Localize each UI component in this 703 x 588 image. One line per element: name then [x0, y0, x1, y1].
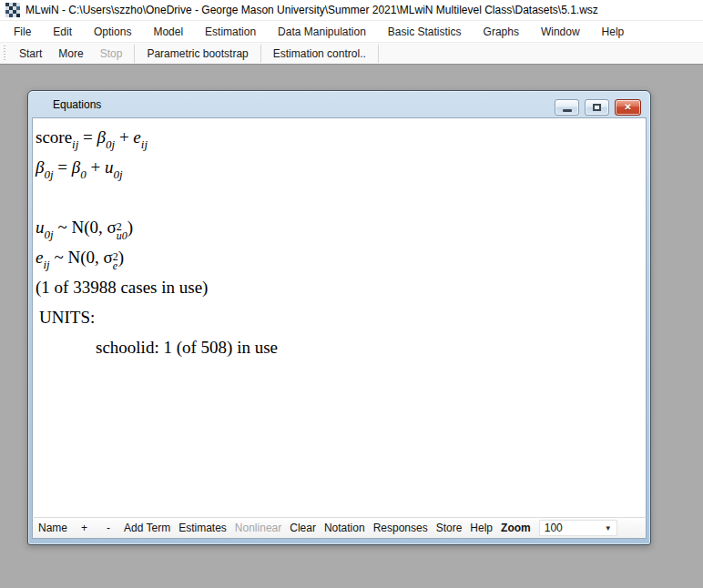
eq-subscript: ij — [43, 258, 49, 271]
parametric-bootstrap-button[interactable]: Parametric bootstrap — [138, 45, 256, 63]
eq-term: u — [105, 157, 114, 177]
clear-button[interactable]: Clear — [290, 522, 316, 534]
eq-term: score — [36, 127, 72, 147]
add-level-button[interactable]: + — [81, 522, 87, 534]
sigma-symbol: σ — [104, 248, 113, 267]
eq-subscript: ij — [141, 137, 148, 151]
responses-button[interactable]: Responses — [373, 522, 428, 534]
equation-u-distribution: u0j ~ N(0, σ2u0) — [36, 212, 646, 242]
eq-paren: ) — [118, 248, 124, 267]
remove-level-button[interactable]: - — [107, 522, 110, 534]
zoom-value: 100 — [545, 522, 563, 534]
estimation-control-button[interactable]: Estimation control.. — [265, 45, 374, 63]
eq-subscript: 0j — [114, 167, 123, 181]
eq-operator: = — [78, 127, 97, 147]
mdi-client-area: Equations ✕ scoreij = β0j + eij β0j = β0… — [0, 65, 703, 587]
menu-file[interactable]: File — [3, 23, 42, 41]
help-button[interactable]: Help — [470, 522, 493, 534]
estimation-toolbar: Start More Stop Parametric bootstrap Est… — [0, 42, 703, 65]
units-detail-text: schoolid: 1 (of 508) in use — [36, 332, 646, 362]
menu-window[interactable]: Window — [530, 23, 591, 41]
eq-subscript: 0j — [45, 228, 54, 241]
equations-content: scoreij = β0j + eij β0j = β0 + u0j u0j ~… — [32, 117, 647, 517]
menu-options[interactable]: Options — [83, 23, 142, 41]
eq-operator: = — [54, 157, 72, 177]
sigma-scripts: 2u0 — [117, 222, 127, 240]
dropdown-arrow-icon: ▼ — [605, 524, 612, 532]
equation-spacer — [36, 182, 646, 212]
nonlinear-button: Nonlinear — [235, 522, 281, 534]
store-button[interactable]: Store — [436, 522, 463, 534]
eq-subscript: u0 — [117, 231, 127, 240]
stop-button: Stop — [92, 45, 131, 63]
cases-in-use-text: (1 of 33988 cases in use) — [36, 272, 646, 302]
notation-button[interactable]: Notation — [324, 522, 365, 534]
name-button[interactable]: Name — [38, 522, 67, 534]
mlwin-application-window: MLwiN - C:\Users\szzho\OneDrive - George… — [0, 0, 703, 587]
toolbar-separator — [378, 45, 379, 63]
equations-toolbar: Name + - Add Term Estimates Nonlinear Cl… — [32, 517, 647, 539]
units-label: UNITS: — [36, 302, 646, 332]
minimize-icon — [563, 109, 572, 112]
sigma-symbol: σ — [107, 218, 116, 237]
menu-data-manipulation[interactable]: Data Manipulation — [267, 23, 377, 41]
add-term-button[interactable]: Add Term — [124, 522, 170, 534]
eq-operator: + — [87, 157, 105, 177]
equations-window: Equations ✕ scoreij = β0j + eij β0j = β0… — [27, 90, 651, 545]
eq-operator: ~ N(0, — [50, 248, 104, 267]
mlwin-app-icon — [5, 3, 20, 17]
equation-beta0j: β0j = β0 + u0j — [36, 152, 646, 182]
estimates-button[interactable]: Estimates — [178, 522, 227, 534]
eq-operator: ~ N(0, — [54, 218, 107, 237]
menu-estimation[interactable]: Estimation — [194, 23, 267, 41]
eq-term: u — [36, 218, 45, 237]
eq-subscript: 0j — [106, 137, 115, 151]
start-button[interactable]: Start — [11, 45, 50, 63]
toolbar-separator — [260, 45, 261, 63]
equation-e-distribution: eij ~ N(0, σ2e) — [36, 242, 646, 272]
toolbar-separator — [134, 45, 135, 63]
eq-paren: ) — [127, 218, 133, 237]
zoom-button[interactable]: Zoom — [501, 522, 531, 534]
titlebar: MLwiN - C:\Users\szzho\OneDrive - George… — [0, 0, 703, 21]
menu-basic-statistics[interactable]: Basic Statistics — [377, 23, 473, 41]
more-button[interactable]: More — [50, 45, 91, 63]
eq-term: e — [133, 127, 140, 147]
maximize-icon — [593, 104, 601, 111]
menu-help[interactable]: Help — [591, 23, 636, 41]
toolbar-grip-icon[interactable] — [4, 46, 6, 62]
minimize-button[interactable] — [555, 99, 579, 116]
caption-buttons: ✕ — [555, 99, 641, 116]
equations-titlebar[interactable]: Equations ✕ — [28, 91, 650, 117]
equation-score: scoreij = β0j + eij — [36, 122, 646, 152]
close-button[interactable]: ✕ — [615, 99, 641, 116]
menu-graphs[interactable]: Graphs — [473, 23, 530, 41]
eq-operator: + — [115, 127, 133, 147]
eq-term: β — [97, 127, 106, 147]
equations-title: Equations — [53, 98, 101, 111]
menu-model[interactable]: Model — [142, 23, 194, 41]
eq-term: β — [72, 157, 80, 177]
zoom-select[interactable]: 100▼ — [539, 520, 617, 536]
eq-subscript: 0j — [44, 167, 53, 181]
close-icon: ✕ — [624, 103, 631, 112]
menu-edit[interactable]: Edit — [42, 23, 83, 41]
menubar: File Edit Options Model Estimation Data … — [0, 21, 703, 42]
maximize-button[interactable] — [585, 99, 609, 116]
window-title: MLwiN - C:\Users\szzho\OneDrive - George… — [25, 4, 598, 16]
